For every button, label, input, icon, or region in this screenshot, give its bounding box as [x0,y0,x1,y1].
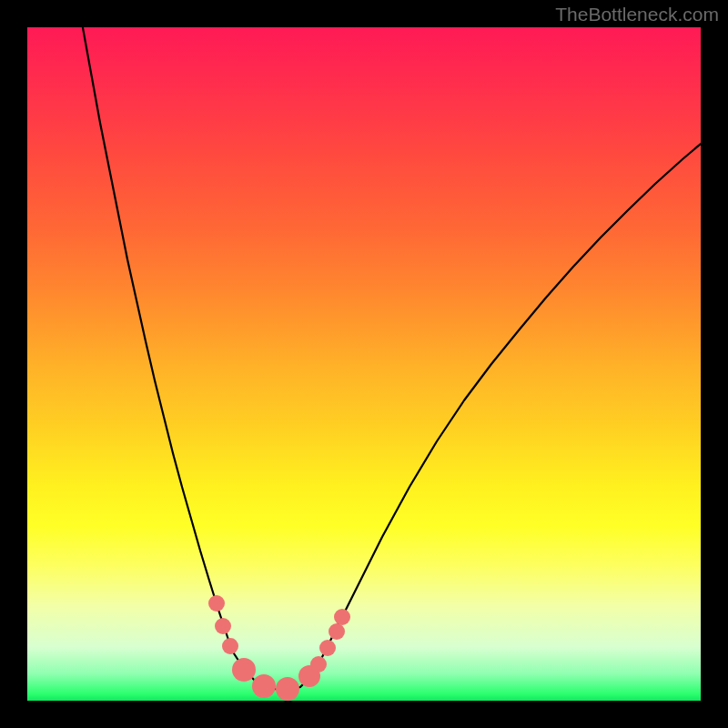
data-marker [215,618,231,634]
data-marker [208,595,225,612]
data-markers [208,595,350,701]
data-marker [310,656,327,672]
chart-container: TheBottleneck.com [0,0,728,728]
plot-area [27,27,701,701]
watermark-text: TheBottleneck.com [555,4,719,25]
data-marker [329,623,345,640]
chart-svg [27,27,701,701]
data-marker [222,638,238,654]
data-marker [252,674,276,698]
data-marker [232,658,256,682]
curve-line [82,27,701,690]
data-marker [319,640,336,656]
data-marker [334,609,350,625]
data-marker [276,677,299,701]
